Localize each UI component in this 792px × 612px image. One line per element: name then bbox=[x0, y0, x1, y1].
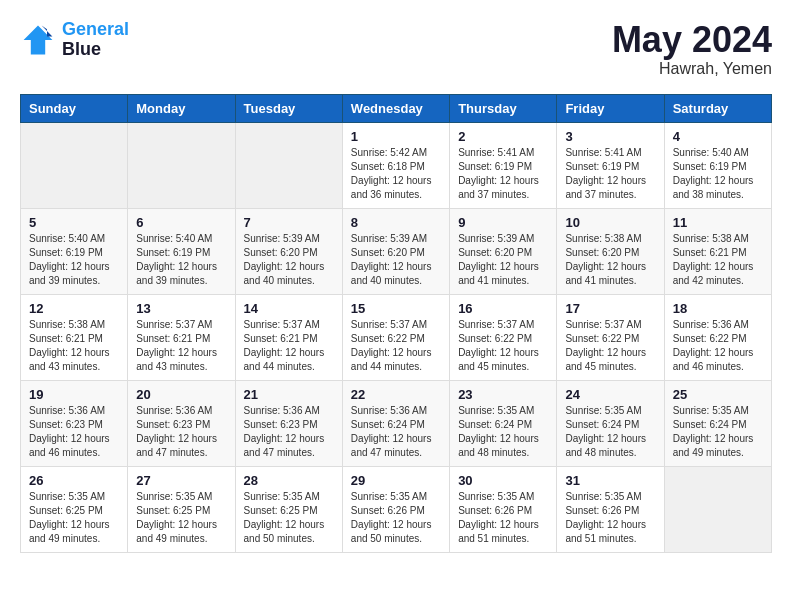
calendar-cell: 19Sunrise: 5:36 AMSunset: 6:23 PMDayligh… bbox=[21, 380, 128, 466]
calendar-cell: 22Sunrise: 5:36 AMSunset: 6:24 PMDayligh… bbox=[342, 380, 449, 466]
calendar-cell: 8Sunrise: 5:39 AMSunset: 6:20 PMDaylight… bbox=[342, 208, 449, 294]
day-number: 9 bbox=[458, 215, 548, 230]
day-info: Sunrise: 5:37 AMSunset: 6:22 PMDaylight:… bbox=[351, 318, 441, 374]
day-number: 5 bbox=[29, 215, 119, 230]
calendar-cell: 14Sunrise: 5:37 AMSunset: 6:21 PMDayligh… bbox=[235, 294, 342, 380]
day-info: Sunrise: 5:41 AMSunset: 6:19 PMDaylight:… bbox=[458, 146, 548, 202]
day-info: Sunrise: 5:35 AMSunset: 6:25 PMDaylight:… bbox=[136, 490, 226, 546]
calendar-cell: 21Sunrise: 5:36 AMSunset: 6:23 PMDayligh… bbox=[235, 380, 342, 466]
title-block: May 2024 Hawrah, Yemen bbox=[612, 20, 772, 78]
calendar-cell: 9Sunrise: 5:39 AMSunset: 6:20 PMDaylight… bbox=[450, 208, 557, 294]
day-info: Sunrise: 5:38 AMSunset: 6:21 PMDaylight:… bbox=[29, 318, 119, 374]
day-info: Sunrise: 5:35 AMSunset: 6:24 PMDaylight:… bbox=[673, 404, 763, 460]
day-number: 6 bbox=[136, 215, 226, 230]
day-info: Sunrise: 5:39 AMSunset: 6:20 PMDaylight:… bbox=[458, 232, 548, 288]
calendar-week-row: 12Sunrise: 5:38 AMSunset: 6:21 PMDayligh… bbox=[21, 294, 772, 380]
day-info: Sunrise: 5:35 AMSunset: 6:25 PMDaylight:… bbox=[29, 490, 119, 546]
day-info: Sunrise: 5:35 AMSunset: 6:25 PMDaylight:… bbox=[244, 490, 334, 546]
day-info: Sunrise: 5:37 AMSunset: 6:22 PMDaylight:… bbox=[458, 318, 548, 374]
day-number: 13 bbox=[136, 301, 226, 316]
day-number: 3 bbox=[565, 129, 655, 144]
day-info: Sunrise: 5:42 AMSunset: 6:18 PMDaylight:… bbox=[351, 146, 441, 202]
day-number: 1 bbox=[351, 129, 441, 144]
day-info: Sunrise: 5:35 AMSunset: 6:26 PMDaylight:… bbox=[458, 490, 548, 546]
calendar-cell: 2Sunrise: 5:41 AMSunset: 6:19 PMDaylight… bbox=[450, 122, 557, 208]
svg-marker-0 bbox=[24, 25, 53, 54]
calendar-cell: 18Sunrise: 5:36 AMSunset: 6:22 PMDayligh… bbox=[664, 294, 771, 380]
page-header: General Blue May 2024 Hawrah, Yemen bbox=[20, 20, 772, 78]
day-info: Sunrise: 5:37 AMSunset: 6:22 PMDaylight:… bbox=[565, 318, 655, 374]
day-info: Sunrise: 5:36 AMSunset: 6:24 PMDaylight:… bbox=[351, 404, 441, 460]
day-info: Sunrise: 5:36 AMSunset: 6:23 PMDaylight:… bbox=[244, 404, 334, 460]
calendar-week-row: 5Sunrise: 5:40 AMSunset: 6:19 PMDaylight… bbox=[21, 208, 772, 294]
calendar-cell: 11Sunrise: 5:38 AMSunset: 6:21 PMDayligh… bbox=[664, 208, 771, 294]
calendar-table: SundayMondayTuesdayWednesdayThursdayFrid… bbox=[20, 94, 772, 553]
calendar-cell: 20Sunrise: 5:36 AMSunset: 6:23 PMDayligh… bbox=[128, 380, 235, 466]
day-number: 20 bbox=[136, 387, 226, 402]
calendar-cell: 29Sunrise: 5:35 AMSunset: 6:26 PMDayligh… bbox=[342, 466, 449, 552]
day-number: 28 bbox=[244, 473, 334, 488]
day-number: 24 bbox=[565, 387, 655, 402]
day-number: 19 bbox=[29, 387, 119, 402]
logo-text: General Blue bbox=[62, 20, 129, 60]
calendar-cell: 17Sunrise: 5:37 AMSunset: 6:22 PMDayligh… bbox=[557, 294, 664, 380]
calendar-week-row: 19Sunrise: 5:36 AMSunset: 6:23 PMDayligh… bbox=[21, 380, 772, 466]
calendar-cell: 10Sunrise: 5:38 AMSunset: 6:20 PMDayligh… bbox=[557, 208, 664, 294]
calendar-week-row: 26Sunrise: 5:35 AMSunset: 6:25 PMDayligh… bbox=[21, 466, 772, 552]
day-number: 16 bbox=[458, 301, 548, 316]
day-info: Sunrise: 5:40 AMSunset: 6:19 PMDaylight:… bbox=[29, 232, 119, 288]
day-number: 29 bbox=[351, 473, 441, 488]
calendar-cell: 28Sunrise: 5:35 AMSunset: 6:25 PMDayligh… bbox=[235, 466, 342, 552]
month-title: May 2024 bbox=[612, 20, 772, 60]
day-info: Sunrise: 5:35 AMSunset: 6:26 PMDaylight:… bbox=[351, 490, 441, 546]
calendar-cell: 4Sunrise: 5:40 AMSunset: 6:19 PMDaylight… bbox=[664, 122, 771, 208]
day-info: Sunrise: 5:37 AMSunset: 6:21 PMDaylight:… bbox=[136, 318, 226, 374]
day-info: Sunrise: 5:35 AMSunset: 6:24 PMDaylight:… bbox=[565, 404, 655, 460]
calendar-cell: 30Sunrise: 5:35 AMSunset: 6:26 PMDayligh… bbox=[450, 466, 557, 552]
day-number: 26 bbox=[29, 473, 119, 488]
day-number: 12 bbox=[29, 301, 119, 316]
calendar-cell: 5Sunrise: 5:40 AMSunset: 6:19 PMDaylight… bbox=[21, 208, 128, 294]
day-info: Sunrise: 5:38 AMSunset: 6:21 PMDaylight:… bbox=[673, 232, 763, 288]
day-number: 10 bbox=[565, 215, 655, 230]
day-info: Sunrise: 5:36 AMSunset: 6:23 PMDaylight:… bbox=[136, 404, 226, 460]
day-info: Sunrise: 5:37 AMSunset: 6:21 PMDaylight:… bbox=[244, 318, 334, 374]
logo-icon bbox=[20, 22, 56, 58]
day-info: Sunrise: 5:38 AMSunset: 6:20 PMDaylight:… bbox=[565, 232, 655, 288]
day-info: Sunrise: 5:39 AMSunset: 6:20 PMDaylight:… bbox=[244, 232, 334, 288]
calendar-cell bbox=[664, 466, 771, 552]
calendar-cell bbox=[128, 122, 235, 208]
weekday-header: Monday bbox=[128, 94, 235, 122]
day-number: 27 bbox=[136, 473, 226, 488]
day-number: 31 bbox=[565, 473, 655, 488]
calendar-cell: 24Sunrise: 5:35 AMSunset: 6:24 PMDayligh… bbox=[557, 380, 664, 466]
calendar-cell: 13Sunrise: 5:37 AMSunset: 6:21 PMDayligh… bbox=[128, 294, 235, 380]
calendar-cell: 12Sunrise: 5:38 AMSunset: 6:21 PMDayligh… bbox=[21, 294, 128, 380]
calendar-cell bbox=[21, 122, 128, 208]
calendar-cell bbox=[235, 122, 342, 208]
calendar-cell: 7Sunrise: 5:39 AMSunset: 6:20 PMDaylight… bbox=[235, 208, 342, 294]
day-number: 7 bbox=[244, 215, 334, 230]
day-info: Sunrise: 5:36 AMSunset: 6:22 PMDaylight:… bbox=[673, 318, 763, 374]
day-info: Sunrise: 5:41 AMSunset: 6:19 PMDaylight:… bbox=[565, 146, 655, 202]
day-info: Sunrise: 5:36 AMSunset: 6:23 PMDaylight:… bbox=[29, 404, 119, 460]
day-number: 21 bbox=[244, 387, 334, 402]
day-info: Sunrise: 5:35 AMSunset: 6:26 PMDaylight:… bbox=[565, 490, 655, 546]
calendar-week-row: 1Sunrise: 5:42 AMSunset: 6:18 PMDaylight… bbox=[21, 122, 772, 208]
day-number: 18 bbox=[673, 301, 763, 316]
day-info: Sunrise: 5:39 AMSunset: 6:20 PMDaylight:… bbox=[351, 232, 441, 288]
weekday-header-row: SundayMondayTuesdayWednesdayThursdayFrid… bbox=[21, 94, 772, 122]
day-number: 11 bbox=[673, 215, 763, 230]
day-info: Sunrise: 5:40 AMSunset: 6:19 PMDaylight:… bbox=[673, 146, 763, 202]
weekday-header: Friday bbox=[557, 94, 664, 122]
day-number: 17 bbox=[565, 301, 655, 316]
calendar-cell: 1Sunrise: 5:42 AMSunset: 6:18 PMDaylight… bbox=[342, 122, 449, 208]
calendar-cell: 3Sunrise: 5:41 AMSunset: 6:19 PMDaylight… bbox=[557, 122, 664, 208]
day-number: 14 bbox=[244, 301, 334, 316]
calendar-cell: 25Sunrise: 5:35 AMSunset: 6:24 PMDayligh… bbox=[664, 380, 771, 466]
day-number: 22 bbox=[351, 387, 441, 402]
day-number: 25 bbox=[673, 387, 763, 402]
day-number: 4 bbox=[673, 129, 763, 144]
weekday-header: Wednesday bbox=[342, 94, 449, 122]
calendar-cell: 23Sunrise: 5:35 AMSunset: 6:24 PMDayligh… bbox=[450, 380, 557, 466]
